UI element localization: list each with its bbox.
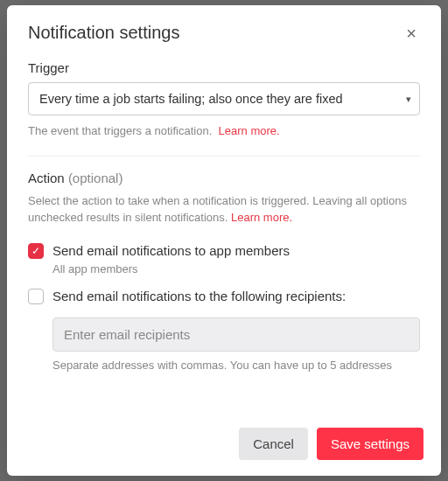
close-icon: × bbox=[406, 24, 416, 43]
modal-body: Trigger Every time a job starts failing;… bbox=[7, 55, 441, 415]
email-recipients-row: Send email notifications to the followin… bbox=[28, 288, 420, 305]
action-section: Action (optional) Select the action to t… bbox=[28, 171, 420, 372]
modal-header: Notification settings × bbox=[7, 5, 441, 55]
trigger-select-wrap: Every time a job starts failing; also on… bbox=[28, 82, 420, 115]
section-divider bbox=[28, 156, 420, 157]
save-settings-button[interactable]: Save settings bbox=[317, 428, 424, 460]
trigger-help: The event that triggers a notification. … bbox=[28, 122, 420, 140]
action-label-text: Action bbox=[28, 171, 65, 185]
modal-title: Notification settings bbox=[28, 23, 179, 43]
trigger-section: Trigger Every time a job starts failing;… bbox=[28, 60, 420, 140]
action-desc-text: Select the action to take when a notific… bbox=[28, 194, 407, 225]
trigger-label: Trigger bbox=[28, 60, 420, 75]
recipients-group: Separate addresses with commas. You can … bbox=[52, 317, 420, 372]
email-members-row: ✓ Send email notifications to app member… bbox=[28, 242, 420, 276]
check-icon: ✓ bbox=[32, 246, 40, 256]
email-members-sub: All app members bbox=[52, 262, 420, 275]
action-description: Select the action to take when a notific… bbox=[28, 192, 420, 227]
email-recipients-content: Send email notifications to the followin… bbox=[52, 288, 420, 305]
email-members-label: Send email notifications to app members bbox=[52, 242, 420, 260]
notification-settings-modal: Notification settings × Trigger Every ti… bbox=[7, 5, 441, 476]
action-label: Action (optional) bbox=[28, 171, 420, 185]
modal-footer: Cancel Save settings bbox=[7, 415, 441, 476]
recipients-input[interactable] bbox=[52, 317, 420, 352]
trigger-learn-more-link[interactable]: Learn more. bbox=[219, 124, 280, 137]
close-button[interactable]: × bbox=[402, 24, 420, 42]
email-recipients-checkbox[interactable] bbox=[28, 289, 44, 304]
trigger-help-text: The event that triggers a notification. bbox=[28, 124, 212, 137]
action-optional: (optional) bbox=[68, 171, 123, 185]
email-members-content: Send email notifications to app members … bbox=[52, 242, 420, 276]
action-learn-more-link[interactable]: Learn more. bbox=[231, 211, 292, 224]
email-recipients-label: Send email notifications to the followin… bbox=[52, 288, 420, 305]
recipients-help: Separate addresses with commas. You can … bbox=[52, 359, 420, 372]
cancel-button[interactable]: Cancel bbox=[239, 428, 308, 460]
trigger-select[interactable]: Every time a job starts failing; also on… bbox=[28, 82, 420, 115]
email-members-checkbox[interactable]: ✓ bbox=[28, 243, 44, 259]
